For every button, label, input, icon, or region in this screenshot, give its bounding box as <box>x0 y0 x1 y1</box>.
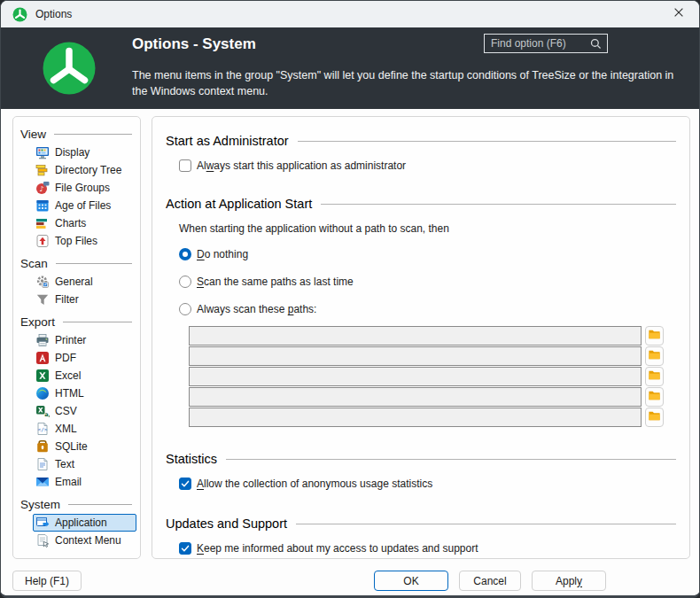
usage-statistics-checkbox[interactable] <box>179 478 191 490</box>
sidebar-item-label: Application <box>55 516 107 529</box>
radio-always-scan-paths-row[interactable]: Always scan these paths: <box>179 301 676 317</box>
browse-folder-button-5[interactable] <box>645 408 664 427</box>
sidebar-item-label: Filter <box>55 293 79 306</box>
always-scan-paths-radio[interactable] <box>179 303 191 315</box>
sqlite-icon <box>35 439 50 454</box>
scan-path-input-2[interactable] <box>189 346 642 366</box>
folder-icon <box>648 389 661 406</box>
sidebar-item-display[interactable]: Display <box>33 144 136 161</box>
sidebar-item-xml[interactable]: </> XML <box>33 420 136 438</box>
sidebar-item-age-of-files[interactable]: Age of Files <box>33 197 136 214</box>
folder-icon <box>648 409 661 426</box>
sidebar-item-text[interactable]: Text <box>33 455 136 473</box>
options-content-panel: Start as Administrator Always start this… <box>152 116 690 559</box>
always-scan-paths-label: Always scan these paths: <box>197 303 316 315</box>
updates-informed-label: Keep me informed about my access to upda… <box>197 542 478 555</box>
usage-statistics-label: Allow the collection of anonymous usage … <box>197 478 432 490</box>
sidebar-item-excel[interactable]: Excel <box>33 367 136 384</box>
scan-paths-list <box>189 326 676 427</box>
directory-tree-icon <box>35 163 50 177</box>
scan-same-paths-radio[interactable] <box>179 276 191 288</box>
sidebar-item-sqlite[interactable]: SQLite <box>33 438 136 455</box>
sidebar-item-general[interactable]: General <box>33 273 136 291</box>
treesize-logo-icon <box>12 7 27 22</box>
always-admin-checkbox[interactable] <box>179 159 191 172</box>
context-menu-icon <box>35 533 50 548</box>
sidebar-item-label: Text <box>55 458 74 470</box>
sidebar-item-top-files[interactable]: Top Files <box>33 232 136 250</box>
cancel-button[interactable]: Cancel <box>459 571 521 591</box>
group-view-header: View <box>13 127 140 144</box>
browse-folder-button-4[interactable] <box>645 387 664 407</box>
browse-folder-button-2[interactable] <box>645 346 664 366</box>
sidebar-item-directory-tree[interactable]: Directory Tree <box>33 161 136 179</box>
email-icon <box>35 475 50 489</box>
updates-informed-checkbox[interactable] <box>179 542 191 555</box>
sidebar-item-charts[interactable]: Charts <box>33 214 136 232</box>
file-groups-icon: ♪ <box>35 181 50 195</box>
section-divider <box>321 204 676 205</box>
radio-scan-same-paths-row[interactable]: Scan the same paths as last time <box>179 274 676 290</box>
do-nothing-label: Do nothing <box>197 248 248 260</box>
always-admin-row[interactable]: Always start this application as adminis… <box>179 159 676 172</box>
sidebar-item-application[interactable]: Application <box>33 514 136 532</box>
apply-button[interactable]: Apply <box>532 571 606 591</box>
text-icon <box>35 457 50 471</box>
sidebar-item-context-menu[interactable]: Context Menu <box>33 532 136 549</box>
scan-path-input-1[interactable] <box>189 326 642 346</box>
sidebar-item-email[interactable]: Email <box>33 473 136 491</box>
window-title: Options <box>35 8 72 20</box>
action-intro-text: When starting the application without a … <box>179 222 676 235</box>
sidebar-item-filter[interactable]: Filter <box>33 291 136 308</box>
updates-informed-row[interactable]: Keep me informed about my access to upda… <box>179 542 676 555</box>
printer-icon <box>35 333 50 347</box>
group-scan-label: Scan <box>20 257 48 270</box>
sidebar-item-file-groups[interactable]: ♪ File Groups <box>33 179 136 197</box>
sidebar-item-label: File Groups <box>55 182 110 194</box>
group-export-header: Export <box>13 315 140 331</box>
sidebar-item-printer[interactable]: Printer <box>33 331 136 349</box>
sidebar-item-html[interactable]: HTML <box>33 384 136 402</box>
usage-statistics-row[interactable]: Allow the collection of anonymous usage … <box>179 478 676 490</box>
sidebar-item-label: Charts <box>55 217 86 229</box>
do-nothing-radio[interactable] <box>179 248 191 260</box>
close-icon <box>673 6 685 22</box>
pdf-icon <box>35 351 50 365</box>
scan-same-paths-label: Scan the same paths as last time <box>197 276 354 288</box>
sidebar-item-csv[interactable]: a, CSV <box>33 402 136 420</box>
path-row <box>189 346 676 366</box>
sidebar-item-label: XML <box>55 423 77 435</box>
scan-general-icon <box>35 275 50 289</box>
browse-folder-button-3[interactable] <box>645 367 664 386</box>
title-bar: Options <box>1 1 699 27</box>
csv-icon: a, <box>35 404 50 418</box>
always-admin-label: Always start this application as adminis… <box>197 159 406 172</box>
close-button[interactable] <box>658 1 699 27</box>
top-files-icon <box>35 234 50 248</box>
sidebar-item-label: Age of Files <box>55 199 111 212</box>
scan-path-input-3[interactable] <box>189 367 642 386</box>
sidebar-item-label: Context Menu <box>55 534 121 547</box>
sidebar-item-label: Display <box>55 146 89 159</box>
browse-folder-button-1[interactable] <box>645 326 664 346</box>
ok-button[interactable]: OK <box>374 571 448 591</box>
group-divider <box>54 134 132 135</box>
svg-text:a,: a, <box>44 411 50 418</box>
sidebar-item-pdf[interactable]: PDF <box>33 349 136 367</box>
svg-text:</>: </> <box>38 426 48 432</box>
scan-path-input-5[interactable] <box>189 408 642 427</box>
search-input[interactable] <box>485 37 589 50</box>
find-option-search[interactable] <box>484 34 608 53</box>
options-dialog: Options Options - System The menu items … <box>0 0 700 598</box>
section-title: Updates and Support <box>166 516 287 531</box>
age-of-files-icon <box>35 198 50 213</box>
scan-path-input-4[interactable] <box>189 387 642 407</box>
treesize-logo-large-icon <box>41 40 97 97</box>
application-icon <box>35 516 50 530</box>
group-system-label: System <box>20 498 60 511</box>
group-system-header: System <box>13 497 140 514</box>
sidebar-item-label: Printer <box>55 334 86 346</box>
help-button[interactable]: Help (F1) <box>12 571 82 591</box>
radio-do-nothing-row[interactable]: Do nothing <box>179 246 676 262</box>
folder-icon <box>648 328 661 345</box>
